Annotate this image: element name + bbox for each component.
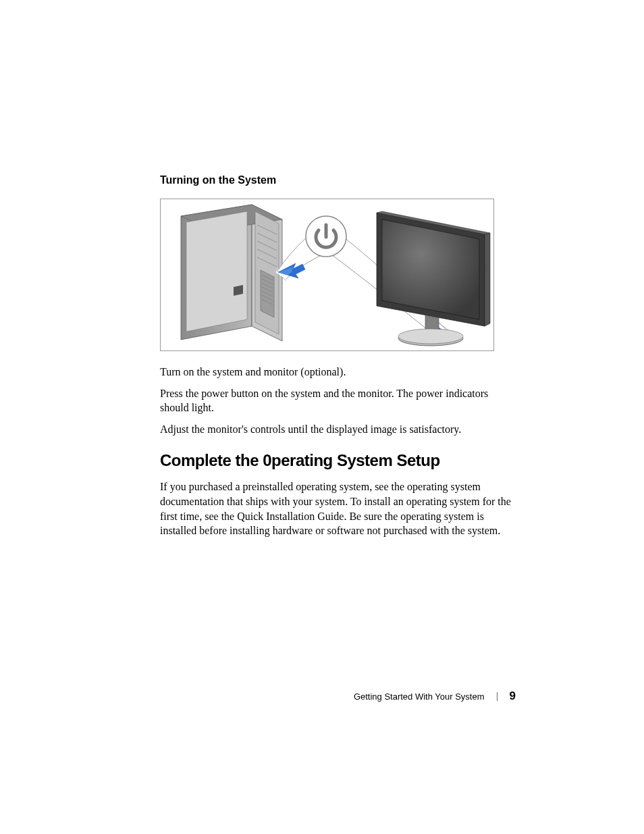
paragraph-3: Adjust the monitor's controls until the …	[160, 422, 516, 437]
section-heading: Turning on the System	[160, 174, 516, 186]
computer-tower-icon	[181, 205, 282, 341]
footer-divider	[497, 692, 498, 701]
page-footer: Getting Started With Your System 9	[354, 689, 516, 703]
paragraph-2: Press the power button on the system and…	[160, 386, 516, 415]
svg-marker-3	[186, 211, 247, 332]
svg-point-30	[398, 329, 463, 344]
main-heading: Complete the 0perating System Setup	[160, 451, 516, 470]
document-page: Turning on the System	[0, 0, 644, 579]
footer-label: Getting Started With Your System	[354, 692, 485, 702]
power-icon	[306, 216, 346, 257]
svg-marker-26	[485, 233, 490, 326]
main-body-paragraph: If you purchased a preinstalled operatin…	[160, 479, 516, 538]
illustration-svg	[161, 199, 494, 351]
page-number: 9	[510, 689, 516, 703]
power-on-illustration	[160, 199, 494, 351]
paragraph-1: Turn on the system and monitor (optional…	[160, 365, 516, 380]
monitor-icon	[377, 211, 490, 346]
